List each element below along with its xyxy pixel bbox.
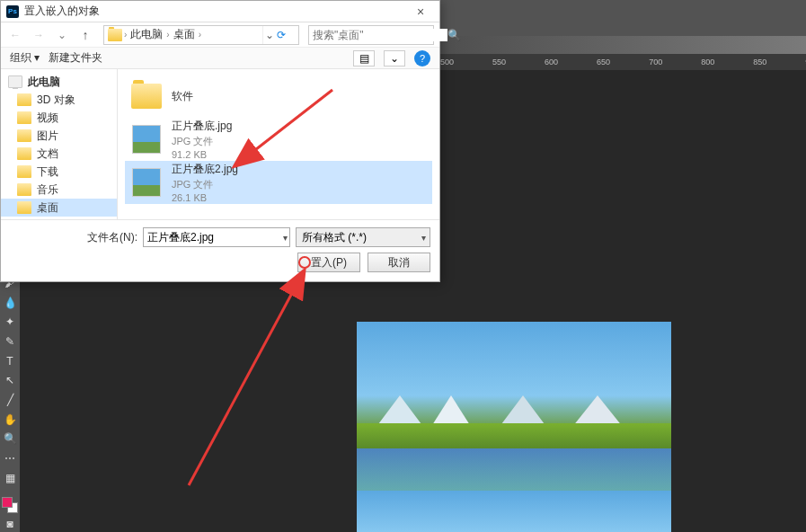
folder-icon: [17, 93, 31, 106]
pc-icon: [8, 75, 22, 88]
file-type: JPG 文件: [172, 135, 232, 148]
file-row-image1[interactable]: 正片叠底.jpg JPG 文件 91.2 KB: [125, 118, 432, 161]
organize-button[interactable]: 组织 ▾: [10, 50, 40, 66]
tree-videos[interactable]: 视频: [1, 109, 117, 127]
tree-label: 桌面: [37, 200, 58, 216]
file-name: 正片叠底.jpg: [172, 119, 232, 134]
filename-combo[interactable]: 正片叠底2.jpg ▾: [143, 227, 290, 247]
breadcrumb-dropdown-icon[interactable]: ⌄: [262, 26, 275, 44]
filetype-value: 所有格式 (*.*): [302, 230, 367, 245]
file-size: 91.2 KB: [172, 149, 232, 160]
zoom-tool-icon[interactable]: 🔍: [2, 431, 18, 448]
file-name: 正片叠底2.jpg: [172, 162, 238, 177]
dialog-title-bar[interactable]: Ps 置入嵌入的对象 ×: [1, 1, 439, 22]
folder-icon: [17, 165, 31, 178]
cancel-button[interactable]: 取消: [368, 253, 430, 272]
file-type: JPG 文件: [172, 178, 238, 191]
search-input[interactable]: [313, 29, 447, 41]
line-tool-icon[interactable]: ╱: [2, 392, 18, 408]
up-button[interactable]: ↑: [76, 26, 94, 44]
clone-tool-icon[interactable]: ✦: [2, 314, 18, 330]
tree-pictures[interactable]: 图片: [1, 127, 117, 145]
crumb-separator: ›: [124, 30, 127, 40]
tree-label: 3D 对象: [37, 93, 75, 108]
more-tools-icon[interactable]: ⋯: [2, 450, 18, 466]
file-row-image2[interactable]: 正片叠底2.jpg JPG 文件 26.1 KB: [125, 161, 432, 204]
photoshop-icon: Ps: [6, 5, 19, 18]
dialog-footer: 文件名(N): 正片叠底2.jpg ▾ 所有格式 (*.*) ▾ 置入(P) 取…: [1, 219, 439, 281]
image-thumbnail-icon: [130, 166, 163, 199]
grid-tool-icon[interactable]: ▦: [2, 470, 18, 486]
new-folder-button[interactable]: 新建文件夹: [49, 50, 102, 66]
ruler-mark: 500: [440, 58, 454, 66]
foreground-color[interactable]: [2, 497, 13, 508]
ruler-mark: 600: [545, 58, 558, 66]
tree-documents[interactable]: 文档: [1, 145, 117, 163]
dialog-body: 此电脑 3D 对象 视频 图片 文档 下载 音乐 桌面 Win10 (C:) 软…: [1, 69, 439, 219]
search-icon[interactable]: 🔍: [447, 29, 461, 41]
file-list[interactable]: 软件 正片叠底.jpg JPG 文件 91.2 KB 正片叠底2.jpg JPG…: [118, 69, 439, 219]
view-mode-button[interactable]: ▤: [353, 50, 375, 66]
folder-icon: [17, 183, 31, 196]
type-tool-icon[interactable]: T: [2, 353, 18, 369]
chevron-down-icon[interactable]: ▾: [421, 233, 426, 243]
quickmask-icon[interactable]: ◙: [2, 516, 18, 532]
ruler-mark: 850: [753, 58, 766, 66]
image-thumbnail-icon: [130, 123, 163, 155]
tree-label: 文档: [37, 146, 58, 162]
crumb-separator: ›: [199, 30, 201, 40]
folder-icon: [17, 201, 31, 214]
ruler-mark: 800: [701, 58, 714, 66]
tree-label: 音乐: [37, 182, 58, 198]
tree-downloads[interactable]: 下载: [1, 163, 117, 181]
help-button[interactable]: ?: [414, 50, 430, 66]
place-button[interactable]: 置入(P): [297, 253, 360, 272]
tree-desktop[interactable]: 桌面: [1, 199, 117, 217]
file-name: 软件: [172, 89, 193, 104]
file-size: 26.1 KB: [172, 192, 238, 203]
filename-label: 文件名(N):: [87, 230, 137, 245]
ruler-marks: 500 550 600 650 700 800 850 900 950 1000: [440, 58, 806, 66]
place-button-label: 置入(P): [311, 255, 347, 270]
dialog-title: 置入嵌入的对象: [24, 4, 407, 19]
ruler-mark: 650: [597, 58, 610, 66]
close-button[interactable]: ×: [407, 3, 434, 21]
folder-icon: [17, 111, 31, 124]
breadcrumb[interactable]: › 此电脑 › 桌面 › ⌄ ⟳: [103, 25, 299, 45]
crumb-desktop[interactable]: 桌面: [172, 27, 197, 42]
tree-this-pc[interactable]: 此电脑: [1, 73, 117, 91]
folder-thumbnail-icon: [130, 80, 163, 112]
cancel-button-label: 取消: [388, 255, 410, 270]
pen-tool-icon[interactable]: ✎: [2, 333, 18, 350]
crumb-separator: ›: [166, 30, 169, 40]
dialog-toolbar: 组织 ▾ 新建文件夹 ▤ ⌄ ?: [1, 48, 439, 69]
recent-dropdown-icon[interactable]: ⌄: [53, 26, 71, 44]
folder-tree[interactable]: 此电脑 3D 对象 视频 图片 文档 下载 音乐 桌面 Win10 (C:): [1, 69, 118, 219]
view-dropdown-icon[interactable]: ⌄: [384, 50, 405, 66]
tree-label: 图片: [37, 129, 58, 144]
hand-tool-icon[interactable]: ✋: [2, 412, 18, 428]
back-button[interactable]: ←: [6, 26, 24, 44]
file-row-folder[interactable]: 软件: [125, 75, 432, 118]
canvas-image[interactable]: [357, 322, 671, 532]
tree-label: 此电脑: [28, 75, 60, 90]
folder-icon: [108, 29, 122, 41]
folder-icon: [17, 129, 31, 142]
refresh-button[interactable]: ⟳: [277, 29, 295, 41]
eyedropper-tool-icon[interactable]: 💧: [2, 295, 18, 311]
tree-label: 视频: [37, 111, 58, 126]
ruler-mark: 550: [492, 58, 506, 66]
place-embedded-dialog: Ps 置入嵌入的对象 × ← → ⌄ ↑ › 此电脑 › 桌面 › ⌄ ⟳ 🔍 …: [0, 0, 440, 282]
tree-label: 下载: [37, 164, 58, 180]
crumb-this-pc[interactable]: 此电脑: [128, 27, 164, 42]
tree-3d-objects[interactable]: 3D 对象: [1, 91, 117, 109]
navigation-bar: ← → ⌄ ↑ › 此电脑 › 桌面 › ⌄ ⟳ 🔍: [1, 22, 439, 48]
tree-music[interactable]: 音乐: [1, 181, 117, 199]
search-box[interactable]: 🔍: [308, 25, 434, 45]
folder-icon: [17, 147, 31, 160]
color-swatches[interactable]: [2, 497, 18, 513]
path-tool-icon[interactable]: ↖: [2, 372, 18, 388]
filetype-combo[interactable]: 所有格式 (*.*) ▾: [296, 227, 430, 247]
chevron-down-icon[interactable]: ▾: [283, 233, 288, 243]
forward-button[interactable]: →: [30, 26, 48, 44]
